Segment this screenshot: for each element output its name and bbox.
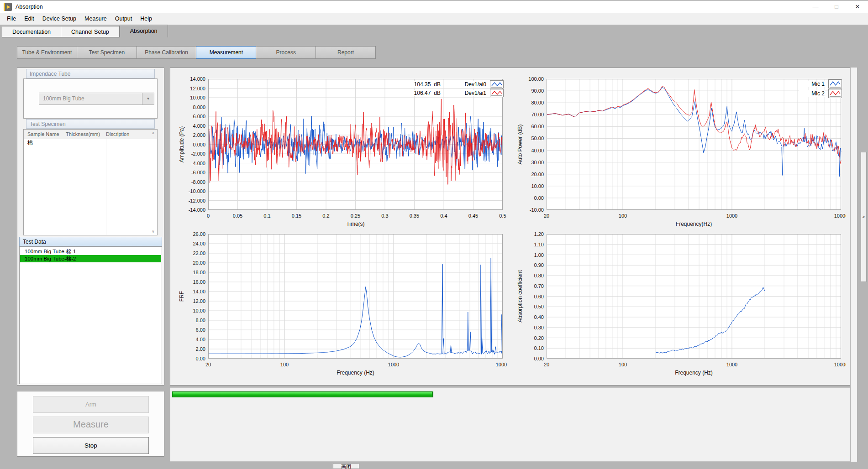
subtab-test-specimen[interactable]: Test Specimen: [77, 46, 137, 59]
panel-expander-button[interactable]: <: [861, 152, 867, 282]
bottom-panel: [170, 387, 850, 462]
subtab-process[interactable]: Process: [256, 46, 316, 59]
subtab-measurement[interactable]: Measurement: [196, 46, 256, 59]
svg-text:0.40: 0.40: [534, 314, 544, 320]
menu-item-edit[interactable]: Edit: [20, 13, 38, 25]
window-title: Absorption: [16, 0, 43, 13]
svg-text:0.30: 0.30: [534, 325, 544, 330]
svg-text:8.000: 8.000: [193, 104, 205, 110]
legend-row: 104.35 dB Dev1/ai0: [413, 80, 504, 89]
impedance-tube-header: Impendace Tube: [26, 69, 155, 78]
svg-text:90.00: 90.00: [531, 88, 544, 94]
chevron-down-icon[interactable]: ▼: [142, 93, 154, 104]
test-data-list: 100mm Big Tube-棉-1 100mm Big Tube-棉-2: [19, 246, 162, 384]
menu-item-device-setup[interactable]: Device Setup: [38, 13, 80, 25]
column-divider: [66, 130, 66, 235]
svg-text:16.00: 16.00: [193, 279, 205, 285]
maximize-icon[interactable]: □: [826, 0, 847, 13]
svg-text:6.000: 6.000: [193, 114, 205, 119]
svg-text:-2.000: -2.000: [191, 151, 205, 156]
svg-text:10000: 10000: [834, 213, 846, 219]
menu-item-output[interactable]: Output: [111, 13, 137, 25]
svg-text:20: 20: [544, 362, 549, 367]
tab-channel-setup[interactable]: Channel Setup: [61, 26, 120, 37]
svg-text:-4.000: -4.000: [191, 161, 205, 166]
svg-text:70.00: 70.00: [531, 112, 544, 117]
tab-absorption[interactable]: Absorption: [120, 25, 168, 37]
svg-text:30.00: 30.00: [531, 160, 544, 165]
sidebar: Impendace Tube 100mm Big Tube ▼ Test Spe…: [17, 68, 164, 386]
svg-text:50.00: 50.00: [531, 135, 544, 141]
svg-text:26.00: 26.00: [193, 231, 205, 237]
tab-documentation[interactable]: Documentation: [2, 26, 61, 37]
right-splitter[interactable]: [850, 68, 857, 462]
list-item-selected[interactable]: 100mm Big Tube-棉-2: [20, 255, 161, 262]
svg-text:Frequency (Hz): Frequency (Hz): [675, 370, 713, 376]
scroll-down-icon[interactable]: ∨: [152, 229, 155, 234]
svg-text:0.00: 0.00: [196, 356, 205, 361]
svg-text:0.5: 0.5: [499, 213, 506, 219]
svg-text:-8.000: -8.000: [191, 179, 205, 185]
svg-text:0.3: 0.3: [381, 213, 388, 219]
menu-item-help[interactable]: Help: [136, 13, 156, 25]
menu-bar: File Edit Device Setup Measure Output He…: [0, 13, 868, 25]
svg-text:18.00: 18.00: [193, 270, 205, 275]
charts-panel: -14.000-12.000-10.000-8.000-6.000-4.000-…: [170, 68, 850, 386]
subtab-phase-calibration[interactable]: Phase Calibration: [137, 46, 197, 59]
svg-text:12.00: 12.00: [193, 298, 205, 304]
svg-text:-14.000: -14.000: [189, 207, 205, 213]
impedance-tube-dropdown-value: 100mm Big Tube: [39, 93, 142, 104]
svg-text:4.00: 4.00: [196, 337, 205, 342]
svg-text:14.000: 14.000: [190, 76, 205, 82]
svg-text:0.70: 0.70: [534, 283, 544, 289]
subtab-bar: Tube & Environment Test Specimen Phase C…: [17, 46, 376, 59]
absorption-coefficient-chart: 0.000.100.200.300.400.500.600.700.800.90…: [515, 228, 846, 380]
app-play-icon: ▶: [4, 3, 12, 11]
svg-text:100.00: 100.00: [528, 76, 544, 82]
svg-text:0.00: 0.00: [534, 195, 544, 201]
subtab-tube-environment[interactable]: Tube & Environment: [17, 46, 77, 59]
svg-text:-10.00: -10.00: [530, 207, 544, 213]
svg-text:2.000: 2.000: [193, 132, 205, 138]
measure-button[interactable]: Measure: [33, 417, 149, 433]
list-item[interactable]: 100mm Big Tube-棉-1: [20, 248, 161, 255]
svg-text:10000: 10000: [496, 362, 507, 367]
impedance-tube-box: 100mm Big Tube ▼: [23, 78, 158, 119]
arm-button[interactable]: Arm: [33, 396, 149, 413]
svg-text:0.20: 0.20: [534, 335, 544, 341]
svg-text:0.35: 0.35: [410, 213, 419, 219]
svg-text:-6.000: -6.000: [191, 170, 205, 175]
scroll-up-icon[interactable]: ∧: [152, 131, 155, 135]
impedance-tube-dropdown[interactable]: 100mm Big Tube ▼: [39, 93, 154, 105]
title-bar: ▶ Absorption — □ ✕: [0, 0, 868, 13]
stop-button[interactable]: Stop: [33, 437, 149, 454]
mic1-label: Mic 1: [799, 81, 825, 87]
svg-text:-12.000: -12.000: [189, 198, 205, 203]
channel-name: Dev1/ai0: [461, 81, 486, 88]
svg-text:0.00: 0.00: [534, 356, 544, 361]
window-controls: — □ ✕: [805, 0, 868, 13]
test-specimen-table-header: Sample Name Thickness(mm) Discription: [24, 130, 157, 139]
table-row[interactable]: 棉: [24, 139, 157, 147]
column-sample-name: Sample Name: [24, 130, 66, 139]
svg-text:Time(s): Time(s): [346, 221, 364, 227]
svg-text:0.000: 0.000: [193, 142, 205, 147]
minimize-icon[interactable]: —: [805, 0, 826, 13]
level-unit: dB: [434, 90, 441, 96]
close-icon[interactable]: ✕: [847, 0, 868, 13]
legend-line-icon: [828, 89, 842, 98]
svg-text:Auto Power (dB): Auto Power (dB): [517, 124, 523, 164]
test-specimen-table: Sample Name Thickness(mm) Discription 棉 …: [23, 129, 158, 235]
menu-item-measure[interactable]: Measure: [80, 13, 111, 25]
level-unit: dB: [434, 81, 441, 88]
svg-text:100: 100: [619, 362, 627, 367]
svg-text:Frequency (Hz): Frequency (Hz): [337, 370, 374, 376]
svg-text:0.10: 0.10: [534, 345, 544, 351]
subtab-report[interactable]: Report: [316, 46, 376, 59]
legend-line-icon: [490, 80, 504, 89]
svg-text:10.00: 10.00: [193, 308, 205, 313]
bottom-tab-draw[interactable]: 画图: [333, 463, 359, 469]
level-readout: 104.35: [413, 81, 432, 88]
menu-item-file[interactable]: File: [3, 13, 20, 25]
frf-chart: 0.002.004.006.008.0010.0012.0014.0016.00…: [176, 228, 507, 380]
